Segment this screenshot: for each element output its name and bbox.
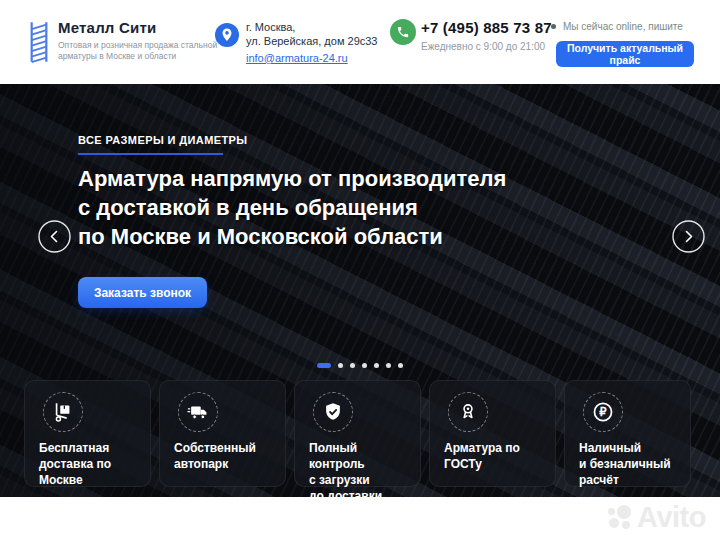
hero-heading: Арматура напрямую от производителя с дос… xyxy=(78,164,506,251)
slider-pagination xyxy=(0,363,720,368)
avito-watermark: Avito xyxy=(608,501,706,534)
feature-card-payment: ₽ Наличный и безналичный расчёт xyxy=(564,380,691,487)
feature-label: Собственный автопарк xyxy=(174,440,275,472)
hero-heading-line2: с доставкой в день обращения xyxy=(78,193,506,222)
avito-logo-icon xyxy=(608,505,632,530)
work-schedule: Ежедневно с 9:00 до 21:00 xyxy=(421,41,552,52)
online-status-text: Мы сейчас online, пишите xyxy=(563,21,683,32)
feature-label: Полный контроль с загрузки до доставки xyxy=(309,440,410,504)
shield-check-icon xyxy=(313,392,353,432)
feature-card-gost: Арматура по ГОСТу xyxy=(429,380,556,487)
get-price-button[interactable]: Получить актуальный прайс xyxy=(556,41,694,67)
slider-dot-active[interactable] xyxy=(317,363,331,368)
whatsapp-icon[interactable] xyxy=(390,19,416,45)
slider-dot[interactable] xyxy=(374,363,379,368)
address-city: г. Москва, xyxy=(246,20,378,34)
feature-label: Бесплатная доставка по Москве xyxy=(39,440,140,488)
hero-heading-line1: Арматура напрямую от производителя xyxy=(78,164,506,193)
hero-heading-line3: по Москве и Московской области xyxy=(78,222,506,251)
email-link[interactable]: info@armatura-24.ru xyxy=(246,52,348,64)
slider-dot[interactable] xyxy=(398,363,403,368)
svg-text:₽: ₽ xyxy=(599,406,607,418)
hero-slider: ВСЕ РАЗМЕРЫ И ДИАМЕТРЫ Арматура напрямую… xyxy=(0,84,720,497)
award-icon xyxy=(448,392,488,432)
avito-wordmark: Avito xyxy=(637,501,706,534)
address-street: ул. Верейская, дом 29с33 xyxy=(246,34,378,48)
feature-label: Арматура по ГОСТу xyxy=(444,440,545,472)
truck-icon xyxy=(178,392,218,432)
landing-page: Металл Сити Оптовая и розничная продажа … xyxy=(0,0,720,538)
badge-underline xyxy=(78,153,223,155)
order-call-button[interactable]: Заказать звонок xyxy=(78,277,207,308)
feature-label: Наличный и безналичный расчёт xyxy=(579,440,680,488)
site-subtitle: Оптовая и розничная продажа стальной арм… xyxy=(58,40,217,62)
rebar-logo-icon xyxy=(28,20,50,64)
slider-dot[interactable] xyxy=(386,363,391,368)
bottom-strip: Avito xyxy=(0,497,720,538)
slider-dot[interactable] xyxy=(350,363,355,368)
header: Металл Сити Оптовая и розничная продажа … xyxy=(0,0,720,84)
next-slide-arrow-icon[interactable] xyxy=(672,220,705,253)
prev-slide-arrow-icon[interactable] xyxy=(38,220,71,253)
handtruck-icon xyxy=(43,392,83,432)
features-row: Бесплатная доставка по Москве Собственны… xyxy=(24,380,691,487)
phone-block: +7 (495) 885 73 87 Ежедневно с 9:00 до 2… xyxy=(421,19,552,52)
hero-badge: ВСЕ РАЗМЕРЫ И ДИАМЕТРЫ xyxy=(78,134,248,146)
slider-dot[interactable] xyxy=(362,363,367,368)
online-dot-icon xyxy=(551,24,556,29)
logo-text-block: Металл Сити Оптовая и розничная продажа … xyxy=(58,19,217,62)
online-status: Мы сейчас online, пишите xyxy=(551,21,683,32)
site-title: Металл Сити xyxy=(58,19,217,36)
slider-dot[interactable] xyxy=(338,363,343,368)
address-block: г. Москва, ул. Верейская, дом 29с33 info… xyxy=(246,20,378,66)
feature-card-free-delivery: Бесплатная доставка по Москве xyxy=(24,380,151,487)
location-pin-icon xyxy=(215,23,239,47)
phone-number[interactable]: +7 (495) 885 73 87 xyxy=(421,19,552,36)
feature-card-full-control: Полный контроль с загрузки до доставки xyxy=(294,380,421,487)
feature-card-own-fleet: Собственный автопарк xyxy=(159,380,286,487)
ruble-icon: ₽ xyxy=(583,392,623,432)
